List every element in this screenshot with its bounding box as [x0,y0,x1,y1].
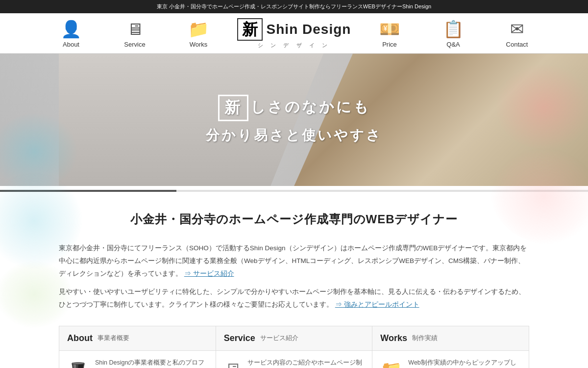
logo-sub: シ ン デ ザ イ ン [258,42,330,49]
about-card-title-ja: 事業者概要 [98,334,129,342]
works-card-title-ja: 制作実績 [412,334,438,342]
contact-icon: ✉ [510,19,524,39]
hero-kanji-box: 新 [218,95,248,121]
service-card-title-en: Service [224,333,255,343]
nav-price[interactable]: 💴 Price [358,19,421,48]
progress-bar-fill [0,190,176,192]
about-card-body: 🎩 Shin Designの事業者概要と私のプロフィールに [59,351,216,368]
main-paragraph2: 見やすい・使いやすいユーザビリティに特化した、シンプルで分かりやすいホームページ… [59,286,529,311]
progress-bar-container [0,190,588,192]
nav-contact-label: Contact [506,41,528,48]
nav-works-label: Works [190,41,208,48]
about-card-desc: Shin Designの事業者概要と私のプロフィールに [95,358,208,368]
main-paragraph1: 東京都小金井・国分寺にてフリーランス（SOHO）で活動するShin Design… [59,242,529,280]
nav: 👤 About 🖥 Service 📁 Works 新 Shin Design … [24,18,564,49]
qa-icon: 📋 [443,19,464,39]
hero-line2: 分かり易さと使いやすさ [206,126,382,145]
nav-qa-label: Q&A [446,41,460,48]
nav-qa[interactable]: 📋 Q&A [421,19,485,48]
price-icon: 💴 [379,19,400,39]
nav-about-label: About [63,41,79,48]
main-heading: 小金井・国分寺のホームページ作成専門のWEBデザイナー [59,211,529,227]
nav-about[interactable]: 👤 About [39,19,103,48]
top-banner: 東京 小金井・国分寺でホームページ作成・レスポンシブサイト制作ならフリーランスW… [0,0,588,13]
about-card-title-en: About [67,333,93,343]
service-card: Service サービス紹介 🖥 サービス内容のご紹介やホームページ制作の流れを [216,326,373,368]
service-card-desc: サービス内容のご紹介やホームページ制作の流れを [247,358,365,368]
works-card-body: 📁 Web制作実績の中からピックアップしてご紹介 [372,351,529,368]
cards-section: About 事業者概要 🎩 Shin Designの事業者概要と私のプロフィール… [59,326,529,368]
nav-service[interactable]: 🖥 Service [103,20,167,48]
progress-area [0,186,588,192]
nav-works[interactable]: 📁 Works [167,19,230,48]
hero-section: 新しさのなかにも 分かり易さと使いやすさ [0,53,588,186]
about-card-header: About 事業者概要 [59,326,216,351]
service-card-icon: 🖥 [224,360,242,368]
works-icon: 📁 [188,19,209,39]
works-card-icon: 📁 [380,360,402,368]
nav-contact[interactable]: ✉ Contact [485,19,549,48]
works-card-header: Works 制作実績 [372,326,529,351]
logo-name: Shin Design [267,22,351,37]
service-card-header: Service サービス紹介 [216,326,372,351]
banner-text: 東京 小金井・国分寺でホームページ作成・レスポンシブサイト制作ならフリーランスW… [157,3,431,9]
service-card-body: 🖥 サービス内容のご紹介やホームページ制作の流れを [216,351,372,368]
about-card-icon: 🎩 [67,360,89,368]
about-card: About 事業者概要 🎩 Shin Designの事業者概要と私のプロフィール… [59,326,216,368]
works-card-title-en: Works [380,333,407,343]
logo-box: 新 Shin Design [237,18,351,41]
service-link[interactable]: ⇒ サービス紹介 [184,270,234,277]
service-card-title-ja: サービス紹介 [260,334,298,342]
logo-area: 新 Shin Design シ ン デ ザ イ ン [235,18,353,49]
works-card-desc: Web制作実績の中からピックアップしてご紹介 [408,358,521,368]
works-card: Works 制作実績 📁 Web制作実績の中からピックアップしてご紹介 [372,326,529,368]
service-icon: 🖥 [126,20,143,39]
hero-text: 新しさのなかにも 分かり易さと使いやすさ [206,95,382,145]
header: 👤 About 🖥 Service 📁 Works 新 Shin Design … [0,13,588,53]
appeal-link[interactable]: ⇒ 強みとアピールポイント [335,301,419,308]
logo-kanji: 新 [237,18,263,41]
about-icon: 👤 [61,19,81,39]
hero-line1: 新しさのなかにも [206,95,382,121]
nav-service-label: Service [124,41,145,48]
nav-price-label: Price [382,41,397,48]
main-content: 小金井・国分寺のホームページ作成専門のWEBデザイナー 東京都小金井・国分寺にて… [49,192,539,368]
